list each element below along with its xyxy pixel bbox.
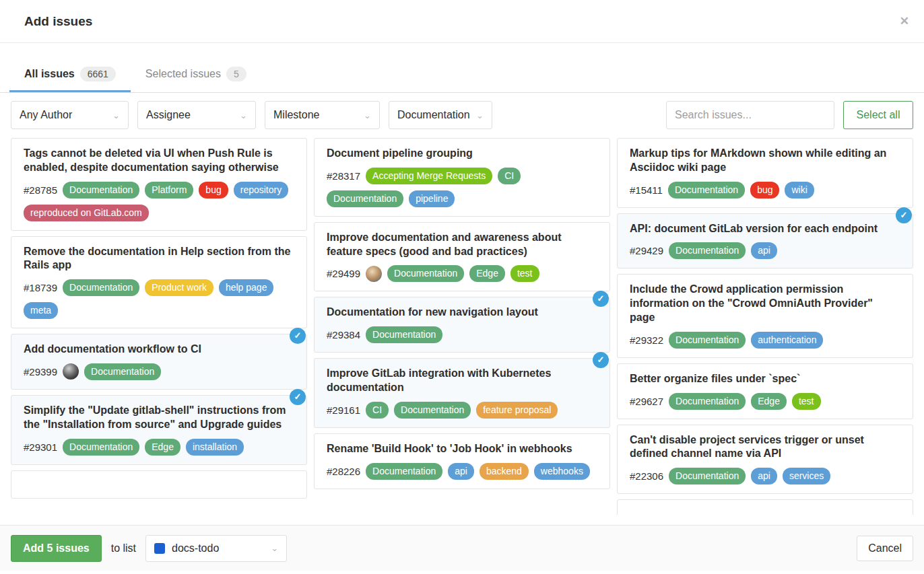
label-feature-proposal: feature proposal <box>476 402 558 419</box>
cancel-button[interactable]: Cancel <box>857 536 913 561</box>
issue-card[interactable]: Remove the documentation in Help section… <box>11 236 307 329</box>
issue-number: #22306 <box>630 470 663 482</box>
select-all-button[interactable]: Select all <box>843 101 913 129</box>
label-api: api <box>751 242 777 259</box>
issue-meta-row: #29429Documentationapi <box>630 242 900 259</box>
label-documentation: Documentation <box>63 182 139 199</box>
tab-all-issues-label: All issues <box>24 68 75 80</box>
milestone-filter-dropdown[interactable]: Milestone ⌄ <box>265 101 380 129</box>
issue-number: #18739 <box>24 282 57 293</box>
label-documentation: Documentation <box>84 363 161 380</box>
issue-card[interactable]: ✓Simplify the "Update gitlab-shell" inst… <box>11 395 307 465</box>
issue-column: Markup tips for MArkdown shown while edi… <box>617 138 913 515</box>
issue-card[interactable]: ✓API: document GitLab version for each e… <box>617 213 913 269</box>
issue-meta-row: #28317Accepting Merge RequestsCIDocument… <box>327 168 597 207</box>
issue-number: #15411 <box>630 184 663 196</box>
issue-meta-row: #15411Documentationbugwiki <box>630 182 900 199</box>
label-bug: bug <box>199 182 228 199</box>
milestone-filter-value: Milestone <box>273 109 319 121</box>
label-wiki: wiki <box>785 182 814 199</box>
selected-issues-count-badge: 5 <box>226 67 246 81</box>
label-ci: CI <box>498 168 521 184</box>
close-icon[interactable]: ✕ <box>900 15 909 27</box>
label-edge: Edge <box>751 393 787 410</box>
issue-title: Better organize files under `spec` <box>630 372 900 386</box>
issue-title: Rename 'Build Hook' to 'Job Hook' in web… <box>327 442 597 456</box>
issue-title: Improve GitLab integration with Kubernet… <box>327 367 597 395</box>
issue-title: Markup tips for MArkdown shown while edi… <box>630 147 900 175</box>
issue-column: Tags cannot be deleted via UI when Push … <box>11 138 307 515</box>
label-backend: backend <box>480 463 529 480</box>
label-documentation: Documentation <box>366 463 442 480</box>
issue-title: Add documentation workflow to CI <box>24 343 294 357</box>
to-list-label: to list <box>111 542 136 554</box>
label-documentation: Documentation <box>669 393 746 410</box>
issue-number: #29161 <box>327 404 360 416</box>
label-help-page: help page <box>219 279 274 296</box>
tab-selected-issues[interactable]: Selected issues 5 <box>131 57 261 92</box>
label-documentation: Documentation <box>668 182 745 199</box>
issue-card[interactable]: Markup tips for MArkdown shown while edi… <box>617 138 913 208</box>
issues-board: Tags cannot be deleted via UI when Push … <box>0 138 924 515</box>
issue-title: Tags cannot be deleted via UI when Push … <box>24 147 294 175</box>
issue-meta-row: #29322Documentationauthentication <box>630 332 900 349</box>
issue-meta-row: #29627DocumentationEdgetest <box>630 393 900 410</box>
chevron-down-icon: ⌄ <box>112 110 120 120</box>
label-test: test <box>792 393 821 410</box>
issue-card[interactable] <box>617 499 913 515</box>
label-platform: Platform <box>145 182 193 199</box>
issue-number: #28785 <box>24 184 57 196</box>
issue-card[interactable]: Include the Crowd application permission… <box>617 274 913 357</box>
label-meta: meta <box>24 302 58 319</box>
selected-check-icon: ✓ <box>896 207 912 223</box>
issue-card[interactable]: Rename 'Build Hook' to 'Job Hook' in web… <box>314 433 610 489</box>
issue-title: API: document GitLab version for each en… <box>630 222 900 236</box>
modal-header: Add issues ✕ <box>0 0 924 43</box>
selected-check-icon: ✓ <box>593 352 609 368</box>
label-documentation: Documentation <box>387 265 464 282</box>
label-api: api <box>751 468 777 485</box>
chevron-down-icon: ⌄ <box>271 543 278 553</box>
assignee-filter-dropdown[interactable]: Assignee ⌄ <box>137 101 256 129</box>
tab-all-issues[interactable]: All issues 6661 <box>9 57 131 92</box>
issue-column: Document pipeline grouping#28317Acceptin… <box>314 138 610 515</box>
all-issues-count-badge: 6661 <box>80 67 116 81</box>
issue-card[interactable]: ✓Documentation for new navigation layout… <box>314 297 610 353</box>
issue-number: #29399 <box>24 366 57 378</box>
label-documentation: Documentation <box>63 279 139 296</box>
chevron-down-icon: ⌄ <box>476 110 484 120</box>
issue-number: #29301 <box>24 441 57 453</box>
label-documentation: Documentation <box>63 439 139 456</box>
label-webhooks: webhooks <box>534 463 590 480</box>
issue-card[interactable]: Tags cannot be deleted via UI when Push … <box>11 138 307 231</box>
issue-card[interactable]: ✓Add documentation workflow to CI#29399D… <box>11 334 307 390</box>
label-documentation: Documentation <box>366 326 442 343</box>
target-list-dropdown[interactable]: docs-todo ⌄ <box>145 535 287 562</box>
search-input[interactable] <box>666 101 834 129</box>
issue-title: Document pipeline grouping <box>327 147 597 161</box>
label-documentation: Documentation <box>669 332 746 349</box>
issue-card[interactable]: Document pipeline grouping#28317Acceptin… <box>314 138 610 217</box>
add-issues-button[interactable]: Add 5 issues <box>11 535 102 562</box>
issue-card[interactable]: Better organize files under `spec`#29627… <box>617 363 913 419</box>
issue-meta-row: #29301DocumentationEdgeinstallation <box>24 439 294 456</box>
label-test: test <box>510 265 539 282</box>
issue-card[interactable]: ✓Improve GitLab integration with Kuberne… <box>314 358 610 428</box>
author-filter-dropdown[interactable]: Any Author ⌄ <box>11 101 129 129</box>
add-issues-modal: Add issues ✕ All issues 6661 Selected is… <box>0 0 924 574</box>
chevron-down-icon: ⌄ <box>240 110 247 120</box>
issue-title: Remove the documentation in Help section… <box>24 245 294 273</box>
label-filter-dropdown[interactable]: Documentation ⌄ <box>389 101 492 129</box>
tabs-bar: All issues 6661 Selected issues 5 <box>0 57 924 93</box>
issue-card[interactable] <box>11 470 307 499</box>
issue-meta-row: #29384Documentation <box>327 326 597 343</box>
issue-meta-row: #29161CIDocumentationfeature proposal <box>327 402 597 419</box>
label-filter-value: Documentation <box>397 109 470 121</box>
issue-card[interactable]: Can't disable project services trigger o… <box>617 425 913 495</box>
tab-selected-issues-label: Selected issues <box>145 68 221 80</box>
issue-meta-row: #29399Documentation <box>24 363 294 380</box>
issue-card[interactable]: Improve documentation and awareness abou… <box>314 222 610 292</box>
selected-check-icon: ✓ <box>593 291 609 307</box>
label-documentation: Documentation <box>669 468 746 485</box>
issue-title: Can't disable project services trigger o… <box>630 433 900 462</box>
